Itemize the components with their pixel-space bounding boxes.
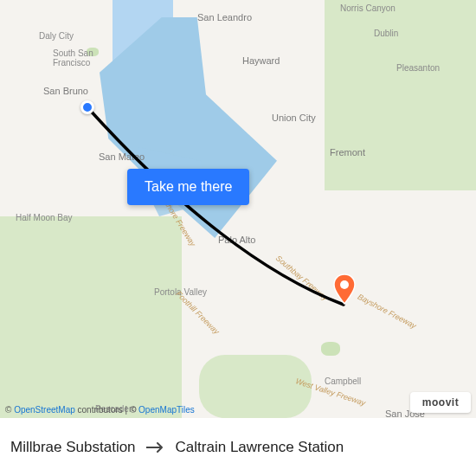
osm-link[interactable]: OpenStreetMap [14, 405, 75, 415]
origin-marker [80, 100, 94, 114]
take-me-there-button[interactable]: Take me there [127, 169, 249, 205]
attrib-prefix: © [5, 405, 14, 415]
park-2 [87, 48, 99, 56]
hills-peninsula [0, 216, 182, 418]
arrow-right-icon [146, 441, 165, 453]
map-attribution: © OpenStreetMap contributors | © OpenMap… [5, 405, 195, 415]
moovit-logo: moovit [410, 392, 471, 413]
openmaptiles-link[interactable]: OpenMapTiles [138, 405, 195, 415]
park-1 [321, 342, 340, 356]
map-viewport[interactable]: Daly City South San Francisco San Bruno … [0, 0, 476, 418]
hills-south [199, 355, 312, 418]
route-summary-footer: Millbrae Substation Caltrain Lawrence St… [0, 418, 476, 476]
hills-east [325, 0, 476, 190]
route-from-label: Millbrae Substation [10, 439, 136, 456]
route-to-label: Caltrain Lawrence Station [176, 439, 344, 456]
attrib-middle: contributors | © [75, 405, 138, 415]
